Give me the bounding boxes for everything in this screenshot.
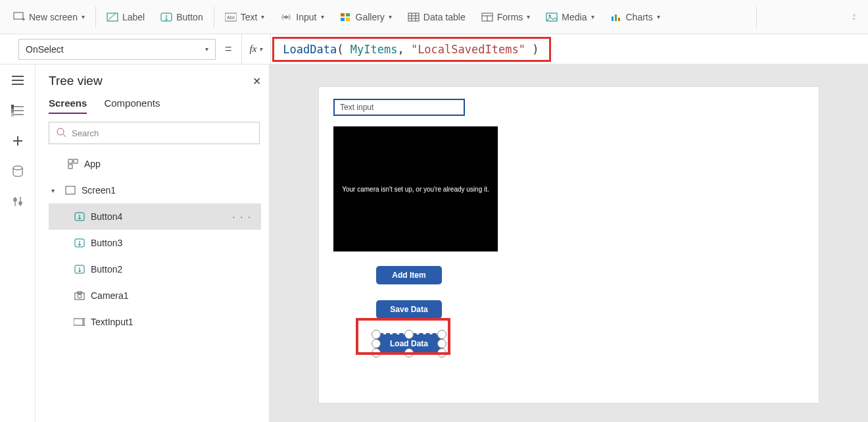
formula-arg2: "LocalSavedItems" bbox=[411, 43, 525, 56]
tree-node-button4[interactable]: Button4 · · · bbox=[49, 203, 261, 230]
input-menu[interactable]: Input ▾ bbox=[272, 7, 331, 27]
svg-rect-37 bbox=[74, 319, 83, 325]
resize-handle[interactable] bbox=[372, 348, 381, 357]
tree-label: Camera1 bbox=[91, 290, 129, 301]
camera-icon bbox=[74, 290, 85, 302]
resize-handle[interactable] bbox=[404, 330, 414, 339]
svg-point-23 bbox=[13, 166, 22, 170]
svg-rect-27 bbox=[68, 159, 72, 163]
ribbon: + New screen ▾ Label Button Abc Text ▾ I… bbox=[0, 0, 868, 34]
text-label: Text bbox=[241, 12, 258, 22]
tree-label: App bbox=[84, 159, 101, 169]
tree-node-screen1[interactable]: ▾ Screen1 bbox=[49, 177, 261, 203]
textinput1-control[interactable] bbox=[333, 99, 465, 116]
media-label: Media bbox=[562, 12, 587, 22]
label-icon bbox=[107, 11, 118, 23]
svg-rect-17 bbox=[618, 18, 620, 21]
new-screen-label: New screen bbox=[29, 12, 78, 22]
button-icon bbox=[160, 11, 172, 23]
tree-node-textinput1[interactable]: TextInput1 bbox=[49, 309, 261, 335]
formula-input[interactable]: LoadData( MyItems, "LocalSavedItems" ) bbox=[271, 34, 868, 64]
button-control[interactable]: Button bbox=[153, 7, 210, 27]
tree-node-button2[interactable]: Button2 bbox=[49, 256, 261, 282]
tree-node-button3[interactable]: Button3 bbox=[49, 230, 261, 256]
main: Tree view ✕ Screens Components Search Ap… bbox=[0, 65, 868, 422]
media-icon bbox=[546, 11, 558, 23]
button-icon bbox=[74, 237, 85, 249]
ribbon-separator bbox=[95, 7, 96, 28]
search-placeholder: Search bbox=[72, 128, 99, 138]
button-text: Button bbox=[176, 12, 203, 22]
chevron-down-icon: ▾ bbox=[261, 13, 264, 20]
media-menu[interactable]: Media ▾ bbox=[538, 7, 602, 27]
tree-node-camera1[interactable]: Camera1 bbox=[49, 282, 261, 309]
property-selector[interactable]: OnSelect ▾ bbox=[18, 39, 216, 60]
gallery-icon bbox=[340, 11, 352, 23]
datatable-label: Data table bbox=[423, 12, 466, 22]
svg-rect-30 bbox=[66, 186, 75, 194]
equals-sign: = bbox=[216, 42, 241, 56]
resize-handle[interactable] bbox=[372, 330, 381, 339]
svg-rect-16 bbox=[615, 14, 617, 21]
camera-message: Your camera isn't set up, or you're alre… bbox=[342, 186, 489, 193]
datatable-control[interactable]: Data table bbox=[400, 7, 473, 27]
ribbon-separator bbox=[214, 7, 214, 28]
gallery-menu[interactable]: Gallery ▾ bbox=[332, 7, 400, 27]
camera1-control[interactable]: Your camera isn't set up, or you're alre… bbox=[333, 126, 498, 251]
textinput-icon bbox=[74, 316, 85, 328]
insert-icon[interactable] bbox=[10, 133, 26, 149]
charts-menu[interactable]: Charts ▾ bbox=[602, 7, 668, 27]
forms-icon bbox=[481, 11, 493, 23]
tree-node-app[interactable]: App bbox=[49, 151, 261, 177]
tree-list: App ▾ Screen1 Button4 · · · bbox=[49, 151, 261, 335]
close-icon[interactable]: ✕ bbox=[253, 75, 261, 88]
new-screen-menu[interactable]: + New screen ▾ bbox=[5, 7, 93, 27]
chevron-down-icon: ▾ bbox=[657, 13, 660, 20]
tree-view-icon[interactable] bbox=[10, 103, 26, 119]
add-icon[interactable]: + bbox=[848, 11, 860, 23]
add-item-button[interactable]: Add Item bbox=[376, 266, 442, 284]
chevron-down-icon: ▾ bbox=[527, 13, 530, 20]
input-label: Input bbox=[296, 12, 316, 22]
tree-label: TextInput1 bbox=[91, 317, 133, 327]
resize-handle[interactable] bbox=[437, 348, 446, 357]
fx-button[interactable]: fx ▾ bbox=[241, 34, 272, 64]
chevron-down-icon: ▾ bbox=[591, 13, 594, 20]
save-data-button[interactable]: Save Data bbox=[376, 300, 442, 319]
svg-point-14 bbox=[549, 14, 551, 16]
resize-handle[interactable] bbox=[404, 348, 414, 357]
chevron-down-icon: ▾ bbox=[82, 13, 85, 20]
data-icon[interactable] bbox=[10, 163, 26, 179]
search-input[interactable]: Search bbox=[49, 122, 260, 144]
label-text: Label bbox=[122, 12, 145, 22]
resize-handle[interactable] bbox=[437, 330, 446, 339]
label-control[interactable]: Label bbox=[99, 7, 153, 27]
table-icon bbox=[408, 11, 420, 23]
input-icon bbox=[280, 11, 292, 23]
svg-rect-8 bbox=[346, 13, 350, 16]
canvas[interactable]: Your camera isn't set up, or you're alre… bbox=[270, 65, 868, 422]
fx-label: fx bbox=[250, 43, 257, 55]
screen-icon bbox=[64, 184, 76, 196]
svg-rect-9 bbox=[341, 18, 345, 21]
app-screen[interactable]: Your camera isn't set up, or you're alre… bbox=[319, 87, 819, 403]
forms-menu[interactable]: Forms ▾ bbox=[473, 7, 539, 27]
app-icon bbox=[67, 158, 79, 170]
tab-components[interactable]: Components bbox=[104, 97, 160, 114]
tab-screens[interactable]: Screens bbox=[49, 97, 87, 114]
resize-handle[interactable] bbox=[437, 339, 446, 348]
load-data-button-selected[interactable]: Load Data bbox=[376, 334, 442, 353]
svg-rect-20 bbox=[11, 105, 14, 109]
resize-handle[interactable] bbox=[372, 339, 381, 348]
chevron-down-icon: ▾ bbox=[205, 45, 208, 53]
hamburger-icon[interactable] bbox=[10, 72, 26, 88]
chevron-down-icon: ▾ bbox=[389, 13, 392, 20]
chevron-down-icon: ▾ bbox=[51, 187, 59, 194]
svg-rect-11 bbox=[408, 13, 419, 21]
text-menu[interactable]: Abc Text ▾ bbox=[217, 7, 273, 27]
svg-point-18 bbox=[854, 14, 856, 16]
charts-label: Charts bbox=[626, 12, 653, 22]
more-icon[interactable]: · · · bbox=[233, 211, 252, 222]
tools-icon[interactable] bbox=[10, 194, 26, 209]
button-icon bbox=[74, 263, 85, 275]
